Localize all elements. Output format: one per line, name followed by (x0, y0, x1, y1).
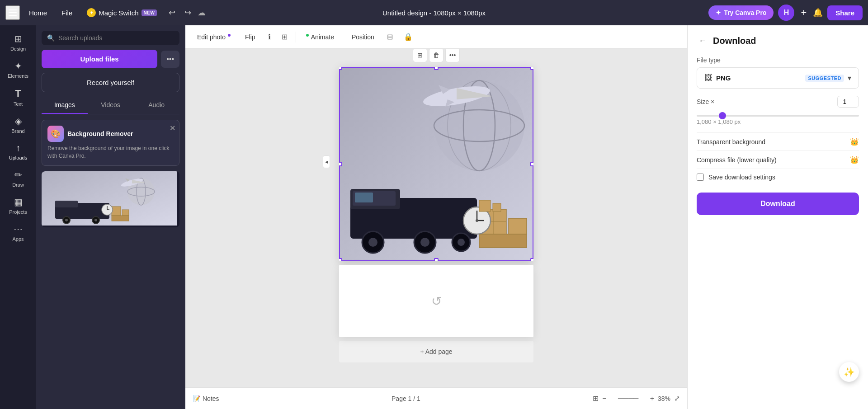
close-banner-button[interactable]: ✕ (170, 124, 175, 132)
redo-button[interactable]: ↪ (182, 6, 194, 19)
uploads-header: 🔍 Upload files ••• Record yourself Image… (36, 25, 185, 114)
bg-remover-banner: 🎨 Background Remover Remove the backgrou… (42, 120, 179, 166)
size-multiplier (837, 96, 859, 108)
share-button[interactable]: Share (827, 5, 863, 20)
fullscreen-button[interactable]: ⤢ (674, 394, 680, 403)
chevron-down-icon: ▾ (848, 74, 851, 82)
undo-button[interactable]: ↩ (166, 6, 178, 19)
sidebar-item-apps[interactable]: ⋯ Apps (2, 220, 34, 245)
handle-top-left[interactable] (339, 67, 342, 70)
bg-remover-header: 🎨 Background Remover (47, 126, 174, 142)
notes-button[interactable]: 📝 Notes (193, 395, 219, 402)
selection-handles (339, 67, 533, 261)
cloud-save-icon: ☁ (198, 8, 206, 18)
magic-switch-button[interactable]: ✦ Magic Switch NEW (81, 5, 162, 20)
sidebar-item-elements[interactable]: ✦ Elements (2, 57, 34, 82)
canvas-image[interactable] (339, 67, 533, 261)
tab-audio[interactable]: Audio (133, 97, 179, 114)
edit-toolbar: Edit photo Flip ℹ ⊞ Animate Position ⊟ 🔒 (185, 25, 687, 49)
info-button[interactable]: ℹ (265, 30, 274, 44)
spinning-icon: ↺ (431, 294, 442, 309)
grid-button[interactable]: ⊞ (279, 30, 290, 44)
handle-bot-mid[interactable] (434, 258, 439, 261)
handle-mid-left[interactable] (339, 162, 342, 166)
animate-button[interactable]: Animate (302, 31, 342, 43)
bottom-bar: 📝 Notes Page 1 / 1 ⊞ − ──── + 38% ⤢ (185, 387, 687, 409)
zoom-slider-area[interactable]: ──── (610, 395, 646, 403)
svg-rect-13 (112, 207, 121, 216)
transparent-bg-label: Transparent background (697, 138, 765, 146)
back-button[interactable]: ← (697, 34, 708, 47)
ai-assistant-button[interactable]: ✨ (839, 362, 859, 382)
compress-label: Compress file (lower quality) (697, 156, 777, 164)
search-input[interactable] (58, 34, 174, 42)
download-button[interactable]: Download (697, 193, 859, 215)
upload-files-button[interactable]: Upload files (42, 50, 157, 68)
pro-crown-icon: 👑 (850, 137, 859, 146)
add-collaborator-button[interactable]: + (799, 5, 808, 20)
brand-icon: ◈ (15, 116, 22, 127)
canvas-outer: 🔒 ⊞ 🗑 ••• (339, 67, 533, 362)
tab-videos[interactable]: Videos (88, 97, 134, 114)
edit-photo-button[interactable]: Edit photo (193, 31, 235, 43)
more-canvas-button[interactable]: ••• (445, 49, 460, 62)
texture-button[interactable]: ⊟ (384, 30, 396, 44)
notes-icon: 📝 (193, 395, 200, 402)
search-bar[interactable]: 🔍 (42, 31, 179, 45)
page-indicator: Page 1 / 1 (225, 395, 588, 402)
handle-bot-right[interactable] (530, 258, 533, 261)
size-row: Size × (697, 96, 859, 108)
flip-button[interactable]: Flip (241, 31, 260, 43)
size-value-input[interactable] (837, 96, 859, 108)
animate-dot (306, 34, 309, 37)
image-thumbnail[interactable] (42, 171, 179, 227)
topbar-right: ✦ Try Canva Pro H + 🔔 Share (579, 5, 863, 21)
add-page-button[interactable]: + Add page (339, 341, 533, 362)
zoom-out-button[interactable]: − (602, 395, 606, 403)
sidebar-item-design[interactable]: ⊞ Design (2, 30, 34, 55)
uploads-content: 🎨 Background Remover Remove the backgrou… (36, 114, 185, 409)
zoom-in-button[interactable]: + (650, 395, 654, 403)
save-settings-checkbox[interactable] (697, 174, 704, 181)
handle-bot-left[interactable] (339, 258, 342, 261)
sidebar-item-draw[interactable]: ✏ Draw (2, 166, 34, 191)
file-button[interactable]: File (56, 6, 78, 19)
sidebar-item-uploads[interactable]: ↑ Uploads (2, 139, 34, 164)
magic-switch-icon: ✦ (87, 8, 96, 17)
delete-button[interactable]: 🗑 (429, 49, 443, 62)
position-button[interactable]: Position (347, 31, 379, 43)
save-settings-label: Save download settings (708, 174, 775, 181)
record-yourself-button[interactable]: Record yourself (42, 73, 179, 92)
file-type-select[interactable]: 🖼 PNG SUGGESTED ▾ (697, 67, 859, 89)
topbar: Home File ✦ Magic Switch NEW ↩ ↪ ☁ Untit… (0, 0, 868, 25)
handle-mid-right[interactable] (530, 162, 533, 166)
lock-button[interactable]: 🔒 (401, 30, 415, 44)
sidebar-item-brand[interactable]: ◈ Brand (2, 112, 34, 137)
upload-row: Upload files ••• (42, 50, 179, 68)
bg-remover-icon: 🎨 (47, 126, 64, 142)
user-avatar[interactable]: H (778, 5, 794, 21)
size-slider[interactable] (697, 115, 859, 117)
home-button[interactable]: Home (24, 6, 52, 19)
star-icon: ✦ (716, 9, 721, 16)
hide-panel-button[interactable]: ◂ (323, 155, 330, 168)
zoom-fit-button[interactable]: ⊞ (593, 394, 599, 403)
sidebar-item-text[interactable]: T Text (2, 84, 34, 110)
design-title: Untitled design - 1080px × 1080px (382, 9, 486, 17)
handle-top-right[interactable] (530, 67, 533, 70)
panel-title: Download (713, 36, 756, 46)
canvas-page-2: ↺ (339, 265, 533, 337)
download-panel: ← Download File type 🖼 PNG SUGGESTED ▾ S… (687, 25, 868, 409)
copy-button[interactable]: ⊞ (413, 49, 427, 62)
menu-button[interactable] (5, 5, 20, 20)
sidebar-item-projects[interactable]: ▦ Projects (2, 193, 34, 218)
tab-images[interactable]: Images (42, 97, 88, 114)
handle-top-mid[interactable] (434, 67, 439, 70)
zoom-controls: ⊞ − ──── + 38% ⤢ (593, 394, 680, 403)
notification-icon[interactable]: 🔔 (813, 8, 823, 18)
try-pro-button[interactable]: ✦ Try Canva Pro (708, 5, 774, 20)
more-options-button[interactable]: ••• (161, 51, 179, 68)
compress-row: Compress file (lower quality) 👑 (697, 150, 859, 169)
file-type-label: File type (697, 56, 859, 64)
text-icon: T (15, 88, 21, 99)
